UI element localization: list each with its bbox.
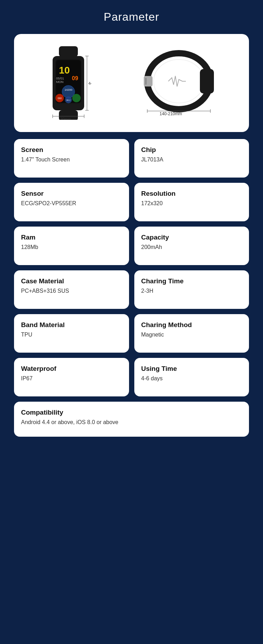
device-front-view: 10 05/01 MON 09 14200 080 98.2 44.5mm [46, 46, 91, 120]
param-row-3: Ram 128Mb Capacity 200mAh [14, 227, 249, 265]
charing-time-value: 2-3H [141, 288, 154, 294]
ram-value: 128Mb [21, 244, 38, 250]
waterproof-value: IP67 [21, 375, 33, 382]
param-card-capacity: Capacity 200mAh [134, 227, 249, 265]
ram-label: Ram [21, 234, 35, 241]
waterproof-label: Waterproof [21, 365, 56, 373]
using-time-value: 4-6 days [141, 375, 163, 382]
params-grid: Screen 1.47" Touch Screen Chip JL7013A S… [14, 139, 249, 437]
param-card-resolution: Resolution 172x320 [134, 183, 249, 221]
using-time-label: Using Time [141, 365, 177, 373]
compatibility-label: Compatibility [21, 409, 63, 416]
case-material-value: PC+ABS+316 SUS [21, 288, 69, 294]
param-row-5: Band Material TPU Charing Method Magneti… [14, 314, 249, 353]
device-side-view: 140-210mm [140, 46, 217, 120]
svg-text:09: 09 [72, 75, 78, 81]
param-card-charing-time: Charing Time 2-3H [134, 270, 249, 309]
watch-front-svg: 10 05/01 MON 09 14200 080 98.2 44.5mm [46, 46, 91, 120]
compatibility-value: Android 4.4 or above, iOS 8.0 or above [21, 419, 119, 425]
param-card-band-material: Band Material TPU [14, 314, 129, 353]
param-row-1: Screen 1.47" Touch Screen Chip JL7013A [14, 139, 249, 178]
param-card-charing-method: Charing Method Magnetic [134, 314, 249, 353]
resolution-value: 172x320 [141, 200, 163, 207]
svg-text:14200: 14200 [65, 88, 73, 91]
svg-text:98.2: 98.2 [66, 99, 70, 101]
svg-point-25 [154, 60, 204, 103]
device-image-card: 10 05/01 MON 09 14200 080 98.2 44.5mm [14, 34, 249, 132]
screen-label: Screen [21, 146, 43, 154]
param-card-waterproof: Waterproof IP67 [14, 358, 129, 396]
screen-value: 1.47" Touch Screen [21, 157, 70, 163]
sensor-value: ECG/SPO2-VP555ER [21, 200, 76, 207]
param-row-2: Sensor ECG/SPO2-VP555ER Resolution 172x3… [14, 183, 249, 221]
svg-rect-0 [59, 46, 78, 57]
watch-side-svg: 140-210mm [140, 46, 217, 120]
svg-text:MON: MON [56, 80, 63, 84]
svg-text:10: 10 [59, 65, 70, 76]
svg-text:20mm: 20mm [60, 117, 71, 120]
band-material-label: Band Material [21, 321, 65, 329]
param-card-compatibility: Compatibility Android 4.4 or above, iOS … [14, 402, 249, 437]
chip-label: Chip [141, 146, 156, 154]
param-card-ram: Ram 128Mb [14, 227, 129, 265]
case-material-label: Case Material [21, 277, 64, 285]
svg-text:080: 080 [58, 97, 62, 99]
param-card-using-time: Using Time 4-6 days [134, 358, 249, 396]
charing-method-value: Magnetic [141, 332, 164, 338]
capacity-label: Capacity [141, 234, 169, 241]
sensor-label: Sensor [21, 190, 43, 198]
svg-rect-27 [144, 76, 153, 86]
band-material-value: TPU [21, 332, 32, 338]
svg-rect-28 [145, 78, 147, 85]
param-card-sensor: Sensor ECG/SPO2-VP555ER [14, 183, 129, 221]
svg-point-14 [72, 94, 81, 102]
chip-value: JL7013A [141, 157, 163, 163]
charing-time-label: Charing Time [141, 277, 184, 285]
param-card-case-material: Case Material PC+ABS+316 SUS [14, 270, 129, 309]
svg-rect-26 [200, 69, 214, 94]
svg-text:44.5mm: 44.5mm [88, 81, 91, 85]
svg-text:05/01: 05/01 [56, 77, 64, 80]
charing-method-label: Charing Method [141, 321, 192, 329]
param-card-chip: Chip JL7013A [134, 139, 249, 178]
page-title: Parameter [104, 11, 159, 23]
capacity-value: 200mAh [141, 244, 162, 250]
param-row-6: Waterproof IP67 Using Time 4-6 days [14, 358, 249, 396]
param-card-screen: Screen 1.47" Touch Screen [14, 139, 129, 178]
resolution-label: Resolution [141, 190, 176, 198]
param-row-4: Case Material PC+ABS+316 SUS Charing Tim… [14, 270, 249, 309]
svg-text:140-210mm: 140-210mm [160, 111, 182, 116]
